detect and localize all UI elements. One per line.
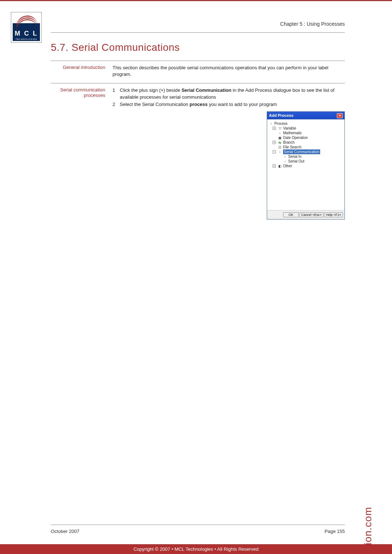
footer-meta: October 2007 Page 155 <box>51 525 345 534</box>
dialog-buttonbar: OK Cancel <Esc> Help <F1> <box>267 210 344 219</box>
branch-icon: ⇆ <box>278 141 282 144</box>
step-text-2: Select the Serial Communication process … <box>120 101 345 108</box>
footer-date: October 2007 <box>51 529 79 534</box>
step-2: 2 Select the Serial Communication proces… <box>113 101 345 108</box>
chapter-header: Chapter 5 : Using Processes <box>0 1 392 30</box>
file-search-icon: 🗋 <box>278 145 282 149</box>
tree-file-search[interactable]: 🗋 File Search <box>269 145 343 149</box>
dialog-title-text: Add Process <box>269 113 293 118</box>
tree-serial-in[interactable]: ▫ Serial In <box>269 154 343 159</box>
header-rule <box>51 32 345 33</box>
logo-text: M C L <box>13 30 40 37</box>
content: General introduction This section descri… <box>51 61 345 225</box>
row-serial-processes: Serial communication processes 1 Click t… <box>51 83 345 225</box>
serial-out-icon: ▫ <box>283 160 287 163</box>
row-label-intro: General introduction <box>51 65 113 78</box>
expand-icon[interactable]: + <box>273 127 276 130</box>
logo-subtext: TECHNOLOGIES <box>13 38 40 40</box>
step-1: 1 Click the plus sign (+) beside Serial … <box>113 87 345 100</box>
serial-icon: ▫ <box>278 150 282 154</box>
tree-date-operation[interactable]: ▦ Date Operation <box>269 135 343 140</box>
ok-button[interactable]: OK <box>283 212 299 217</box>
tree-serial-out[interactable]: ▫ Serial Out <box>269 159 343 164</box>
logo-graphic: M C L TECHNOLOGIES <box>13 14 40 41</box>
logo: M C L TECHNOLOGIES <box>11 12 42 43</box>
step-num-2: 2 <box>113 101 120 108</box>
mathematic-icon: ▫ <box>278 131 282 135</box>
dialog-container: Add Process × ▫ Process + ▽ Variabl <box>113 111 345 219</box>
tree-serial-communication[interactable]: − ▫ Serial Communication <box>269 149 343 154</box>
footer-copyright: Copyright © 2007 • MCL Technologies • Al… <box>0 544 392 554</box>
tree-branch[interactable]: + ⇆ Branch <box>269 140 343 145</box>
step-list: 1 Click the plus sign (+) beside Serial … <box>113 87 345 108</box>
serial-in-icon: ▫ <box>283 155 287 159</box>
collapse-icon[interactable]: − <box>273 150 276 153</box>
step-num-1: 1 <box>113 87 120 100</box>
process-icon: ▫ <box>269 122 273 126</box>
tree-other[interactable]: + ◧ Other <box>269 164 343 168</box>
close-icon[interactable]: × <box>337 113 343 118</box>
page: M C L TECHNOLOGIES Chapter 5 : Using Pro… <box>0 0 392 554</box>
tree-mathematic[interactable]: ▫ Mathematic <box>269 131 343 135</box>
cancel-button[interactable]: Cancel <Esc> <box>299 212 323 217</box>
tree-selected-label: Serial Communication <box>283 149 320 154</box>
process-tree[interactable]: ▫ Process + ▽ Variable ▫ Mathematic <box>267 119 344 210</box>
other-icon: ◧ <box>278 164 282 168</box>
step-text-1: Click the plus sign (+) beside Serial Co… <box>120 87 345 100</box>
expand-icon[interactable]: + <box>273 141 276 144</box>
section-title: 5.7. Serial Communications <box>51 42 392 53</box>
calendar-icon: ▦ <box>278 136 282 140</box>
footer-page: Page 155 <box>324 529 345 534</box>
tree-variable[interactable]: + ▽ Variable <box>269 126 343 131</box>
row-label-proc: Serial communication processes <box>51 87 113 219</box>
expand-icon[interactable]: + <box>273 164 276 168</box>
variable-icon: ▽ <box>278 127 282 130</box>
help-button[interactable]: Help <F1> <box>324 212 343 217</box>
row-general-intro: General introduction This section descri… <box>51 61 345 83</box>
add-process-dialog: Add Process × ▫ Process + ▽ Variabl <box>267 111 345 219</box>
row-body-intro: This section describes the possible seri… <box>113 65 345 78</box>
dialog-titlebar[interactable]: Add Process × <box>267 112 344 119</box>
tree-root[interactable]: ▫ Process <box>269 121 343 126</box>
row-body-proc: 1 Click the plus sign (+) beside Serial … <box>113 87 345 219</box>
